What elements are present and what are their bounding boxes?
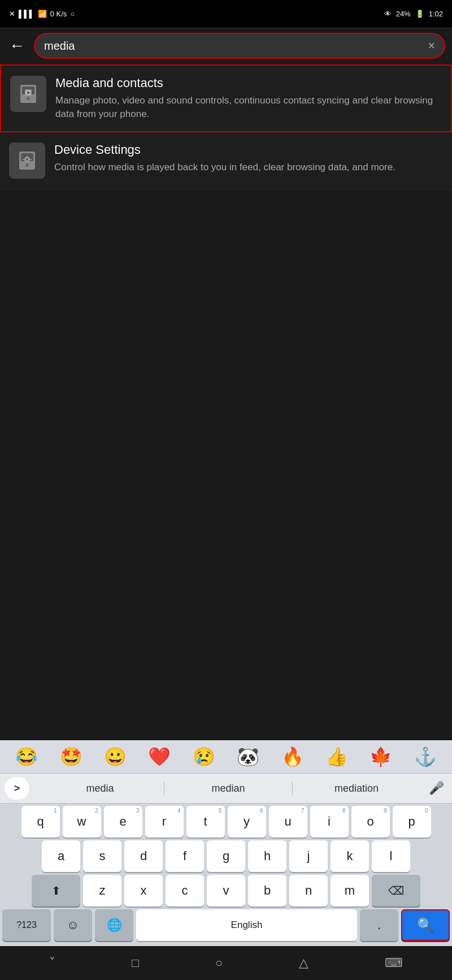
key-f[interactable]: f: [166, 840, 204, 872]
key-emoji[interactable]: ☺: [54, 909, 92, 941]
key-y[interactable]: 6y: [228, 806, 266, 837]
search-bar-container: ← media ×: [0, 27, 452, 64]
nav-keyboard[interactable]: ⌨: [373, 951, 414, 975]
key-row-1: 1q 2w 3e 4r 5t 6y 7u 8i 9o 0p: [2, 806, 450, 837]
result-desc-device-settings: Control how media is played back to you …: [54, 161, 443, 174]
result-icon-device-settings: [9, 143, 45, 179]
key-backspace[interactable]: ⌫: [372, 875, 420, 906]
key-a[interactable]: a: [42, 840, 80, 872]
suggestion-media[interactable]: media: [36, 780, 164, 797]
sync-icon: ○: [70, 10, 75, 18]
keyboard-area: 😂 🤩 😀 ❤️ 😢 🐼 🔥 👍 🍁 ⚓ > media median medi…: [0, 740, 452, 946]
wifi-icon: 📶: [38, 10, 47, 18]
key-numbers[interactable]: ?123: [2, 909, 51, 941]
signal-bars: ▌▌▌: [19, 10, 34, 18]
keys-container: 1q 2w 3e 4r 5t 6y 7u 8i 9o 0p a s d f g …: [0, 804, 452, 946]
key-p[interactable]: 0p: [393, 806, 431, 837]
search-input-text: media: [44, 40, 428, 53]
svg-rect-13: [23, 159, 24, 160]
key-n[interactable]: n: [289, 875, 328, 906]
emoji-row: 😂 🤩 😀 ❤️ 😢 🐼 🔥 👍 🍁 ⚓: [0, 740, 452, 774]
key-r[interactable]: 4r: [145, 806, 184, 837]
key-search[interactable]: 🔍: [401, 909, 450, 941]
bottom-nav: ˅ □ ○ △ ⌨: [0, 946, 452, 980]
nav-recents[interactable]: △: [288, 951, 320, 975]
emoji-kissy[interactable]: 🤩: [60, 746, 82, 767]
emoji-panda[interactable]: 🐼: [237, 746, 259, 767]
battery-icon: 🔋: [415, 10, 424, 18]
key-h[interactable]: h: [248, 840, 286, 872]
emoji-cry[interactable]: 😢: [193, 746, 215, 767]
svg-point-10: [26, 158, 28, 161]
key-row-bottom: ?123 ☺ 🌐 English . 🔍: [2, 909, 450, 941]
result-item-media-contacts[interactable]: Media and contacts Manage photo, video a…: [0, 64, 452, 132]
key-q[interactable]: 1q: [21, 806, 60, 837]
key-t[interactable]: 5t: [186, 806, 225, 837]
key-e[interactable]: 3e: [104, 806, 142, 837]
result-desc-media-contacts: Manage photo, video and sound controls, …: [55, 94, 442, 121]
key-s[interactable]: s: [83, 840, 121, 872]
status-bar: ✕ ▌▌▌ 📶 0 K/s ○ 👁 24% 🔋 1:02: [0, 0, 452, 27]
key-c[interactable]: c: [166, 875, 204, 906]
status-left: ✕ ▌▌▌ 📶 0 K/s ○: [9, 10, 75, 18]
key-u[interactable]: 7u: [269, 806, 307, 837]
key-period[interactable]: .: [360, 909, 398, 941]
eye-icon: 👁: [384, 10, 392, 18]
suggestions-row: > media median mediation 🎤: [0, 774, 452, 804]
key-m[interactable]: m: [331, 875, 369, 906]
emoji-laughing[interactable]: 😂: [15, 746, 38, 767]
result-text-media-contacts: Media and contacts Manage photo, video a…: [55, 76, 442, 121]
emoji-anchor[interactable]: ⚓: [414, 746, 437, 767]
emoji-thumbsup[interactable]: 👍: [325, 746, 348, 767]
nav-back[interactable]: ˅: [38, 951, 67, 975]
expand-suggestions-button[interactable]: >: [5, 777, 29, 800]
results-container: Media and contacts Manage photo, video a…: [0, 64, 452, 189]
clock: 1:02: [429, 10, 443, 18]
key-i[interactable]: 8i: [310, 806, 349, 837]
key-row-3: ⬆ z x c v b n m ⌫: [2, 875, 450, 906]
svg-rect-14: [30, 159, 32, 160]
emoji-smile[interactable]: 😀: [104, 746, 127, 767]
key-w[interactable]: 2w: [63, 806, 101, 837]
svg-rect-11: [27, 156, 28, 158]
result-text-device-settings: Device Settings Control how media is pla…: [54, 143, 443, 174]
key-d[interactable]: d: [124, 840, 163, 872]
result-title-device-settings: Device Settings: [54, 143, 443, 157]
key-z[interactable]: z: [83, 875, 121, 906]
svg-point-8: [25, 163, 29, 167]
result-item-device-settings[interactable]: Device Settings Control how media is pla…: [0, 132, 452, 189]
key-globe[interactable]: 🌐: [95, 909, 133, 941]
emoji-heart[interactable]: ❤️: [148, 746, 171, 767]
battery-percent: 24%: [396, 10, 411, 18]
key-v[interactable]: v: [207, 875, 245, 906]
result-title-media-contacts: Media and contacts: [55, 76, 442, 90]
key-row-2: a s d f g h j k l: [2, 840, 450, 872]
suggestion-mediation[interactable]: mediation: [293, 780, 420, 797]
key-space[interactable]: English: [136, 909, 357, 941]
result-icon-media-contacts: [10, 76, 46, 112]
key-b[interactable]: b: [248, 875, 286, 906]
svg-point-2: [27, 97, 30, 100]
mic-button[interactable]: 🎤: [425, 781, 447, 796]
key-l[interactable]: l: [372, 840, 410, 872]
signal-icon: ✕: [9, 10, 15, 18]
nav-home[interactable]: ○: [204, 951, 234, 975]
emoji-fire[interactable]: 🔥: [281, 746, 304, 767]
key-j[interactable]: j: [289, 840, 328, 872]
key-x[interactable]: x: [124, 875, 163, 906]
key-o[interactable]: 9o: [351, 806, 390, 837]
key-k[interactable]: k: [331, 840, 369, 872]
search-input-wrapper[interactable]: media ×: [34, 33, 445, 59]
key-g[interactable]: g: [207, 840, 245, 872]
emoji-maple[interactable]: 🍁: [370, 746, 392, 767]
suggestion-median[interactable]: median: [164, 780, 292, 797]
clear-button[interactable]: ×: [428, 38, 435, 53]
status-right: 👁 24% 🔋 1:02: [384, 10, 443, 18]
nav-square[interactable]: □: [120, 951, 150, 975]
empty-area: [0, 189, 452, 348]
key-shift[interactable]: ⬆: [32, 875, 80, 906]
back-button[interactable]: ←: [7, 34, 27, 57]
svg-rect-12: [27, 161, 28, 163]
data-speed: 0 K/s: [50, 10, 67, 18]
